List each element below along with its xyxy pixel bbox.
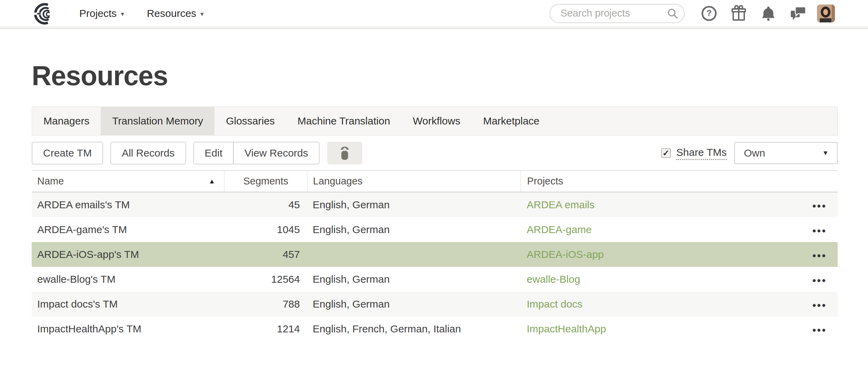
all-records-button[interactable]: All Records bbox=[110, 142, 186, 164]
user-avatar[interactable] bbox=[817, 4, 835, 22]
ownership-filter-dropdown[interactable]: Own ▼ bbox=[734, 142, 838, 164]
create-tm-button[interactable]: Create TM bbox=[32, 142, 103, 164]
trash-icon bbox=[336, 144, 354, 162]
column-header-projects[interactable]: Projects bbox=[521, 171, 838, 192]
page-title: Resources bbox=[32, 62, 838, 89]
table-row[interactable]: ewalle-Blog's TM 12564 English, German e… bbox=[32, 267, 838, 292]
tm-languages: English, German bbox=[307, 192, 521, 217]
tm-languages: English, German bbox=[307, 267, 521, 292]
app-window: Projects ▾ Resources ▾ ? bbox=[0, 0, 868, 381]
search-input[interactable] bbox=[549, 4, 685, 23]
tm-languages: English, French, German, Italian bbox=[307, 317, 521, 341]
sort-ascending-icon: ▲ bbox=[209, 178, 215, 185]
row-menu-button[interactable]: ••• bbox=[812, 248, 827, 261]
tm-name: ImpactHealthApp's TM bbox=[32, 317, 224, 341]
table-row[interactable]: ARDEA-game's TM 1045 English, German ARD… bbox=[32, 217, 838, 242]
project-link[interactable]: ARDEA-iOS-app bbox=[527, 249, 604, 260]
help-icon[interactable]: ? bbox=[700, 5, 718, 22]
tab-managers[interactable]: Managers bbox=[32, 107, 101, 135]
nav-projects-label: Projects bbox=[79, 8, 117, 19]
translation-memory-table: Name ▲ Segments Languages Projects ARDEA… bbox=[32, 170, 838, 341]
tm-projects-cell: ARDEA-iOS-app ••• bbox=[521, 242, 838, 267]
tab-glossaries[interactable]: Glossaries bbox=[214, 107, 286, 135]
tm-segments: 788 bbox=[224, 292, 307, 317]
tm-segments: 1214 bbox=[224, 317, 307, 341]
tab-workflows[interactable]: Workflows bbox=[402, 107, 472, 135]
search-container bbox=[549, 4, 685, 23]
row-menu-button[interactable]: ••• bbox=[812, 223, 827, 236]
tm-projects-cell: ARDEA emails ••• bbox=[521, 192, 838, 217]
column-header-segments[interactable]: Segments bbox=[224, 171, 307, 192]
share-tms-checkbox[interactable]: ✓ bbox=[661, 148, 671, 158]
tm-projects-cell: ewalle-Blog ••• bbox=[521, 267, 838, 292]
table-row-selected[interactable]: ARDEA-iOS-app's TM 457 ARDEA-iOS-app ••• bbox=[32, 242, 838, 267]
row-menu-button[interactable]: ••• bbox=[812, 323, 827, 335]
resources-tabbar: Managers Translation Memory Glossaries M… bbox=[32, 107, 838, 136]
chevron-down-icon: ▾ bbox=[121, 9, 124, 18]
delete-button[interactable] bbox=[327, 142, 362, 164]
dropdown-caret-icon: ▼ bbox=[822, 149, 829, 157]
project-link[interactable]: ImpactHealthApp bbox=[527, 323, 606, 335]
tab-machine-translation[interactable]: Machine Translation bbox=[286, 107, 401, 135]
toolbar-right-group: ✓ Share TMs Own ▼ bbox=[661, 142, 838, 164]
tm-projects-cell: ImpactHealthApp ••• bbox=[521, 317, 838, 341]
table-header-row: Name ▲ Segments Languages Projects bbox=[32, 170, 838, 192]
tm-languages bbox=[307, 242, 521, 267]
chat-icon[interactable] bbox=[789, 5, 807, 22]
tm-languages: English, German bbox=[307, 217, 521, 242]
tab-translation-memory[interactable]: Translation Memory bbox=[101, 107, 214, 135]
table-row[interactable]: Impact docs's TM 788 English, German Imp… bbox=[32, 292, 838, 317]
notifications-bell-icon[interactable] bbox=[760, 5, 777, 22]
ownership-filter-value: Own bbox=[744, 147, 765, 159]
main-content: Resources Managers Translation Memory Gl… bbox=[0, 62, 868, 341]
edit-button[interactable]: Edit bbox=[194, 142, 233, 164]
project-link[interactable]: ARDEA emails bbox=[527, 199, 595, 211]
tm-segments: 45 bbox=[224, 192, 307, 217]
tm-name: Impact docs's TM bbox=[32, 292, 224, 317]
column-header-name[interactable]: Name ▲ bbox=[32, 171, 224, 192]
table-body: ARDEA emails's TM 45 English, German ARD… bbox=[32, 192, 838, 341]
project-link[interactable]: Impact docs bbox=[527, 298, 583, 310]
project-link[interactable]: ARDEA-game bbox=[527, 224, 592, 235]
table-row[interactable]: ImpactHealthApp's TM 1214 English, Frenc… bbox=[32, 317, 838, 341]
view-records-button[interactable]: View Records bbox=[233, 142, 319, 164]
project-link[interactable]: ewalle-Blog bbox=[527, 273, 580, 285]
nav-menu-resources[interactable]: Resources ▾ bbox=[147, 8, 204, 19]
chevron-down-icon: ▾ bbox=[200, 9, 204, 18]
edit-view-button-group: Edit View Records bbox=[193, 142, 320, 164]
top-navigation-bar: Projects ▾ Resources ▾ ? bbox=[0, 0, 868, 27]
column-header-languages[interactable]: Languages bbox=[307, 171, 521, 192]
row-menu-button[interactable]: ••• bbox=[812, 298, 827, 311]
nav-icon-group: ? bbox=[700, 5, 807, 22]
tm-segments: 1045 bbox=[224, 217, 307, 242]
nav-menu-projects[interactable]: Projects ▾ bbox=[79, 8, 124, 19]
tm-projects-cell: ARDEA-game ••• bbox=[521, 217, 838, 242]
tm-segments: 457 bbox=[224, 242, 307, 267]
tm-toolbar: Create TM All Records Edit View Records … bbox=[32, 142, 838, 164]
row-menu-button[interactable]: ••• bbox=[812, 199, 827, 211]
share-tms-label[interactable]: Share TMs bbox=[676, 147, 727, 160]
check-icon: ✓ bbox=[663, 148, 669, 158]
app-logo-icon[interactable] bbox=[34, 3, 57, 24]
tm-segments: 12564 bbox=[224, 267, 307, 292]
row-menu-button[interactable]: ••• bbox=[812, 273, 827, 286]
tm-name: ewalle-Blog's TM bbox=[32, 267, 224, 292]
gift-icon[interactable] bbox=[730, 5, 747, 22]
tm-name: ARDEA-iOS-app's TM bbox=[32, 242, 224, 267]
tm-name: ARDEA emails's TM bbox=[32, 192, 224, 217]
nav-divider bbox=[0, 27, 868, 29]
svg-text:?: ? bbox=[706, 8, 711, 18]
table-row[interactable]: ARDEA emails's TM 45 English, German ARD… bbox=[32, 192, 838, 217]
tab-marketplace[interactable]: Marketplace bbox=[472, 107, 551, 135]
nav-resources-label: Resources bbox=[147, 8, 196, 19]
search-icon[interactable] bbox=[667, 8, 678, 19]
tm-projects-cell: Impact docs ••• bbox=[521, 292, 838, 317]
tm-languages: English, German bbox=[307, 292, 521, 317]
tm-name: ARDEA-game's TM bbox=[32, 217, 224, 242]
